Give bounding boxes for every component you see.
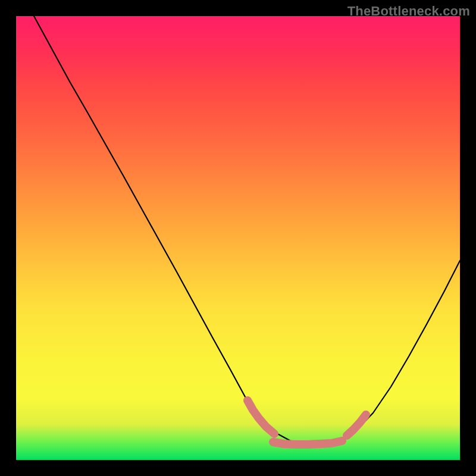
highlight-left-knee xyxy=(248,400,274,434)
chart-frame: TheBottleneck.com xyxy=(0,0,476,476)
attribution-watermark: TheBottleneck.com xyxy=(347,4,470,19)
chart-svg xyxy=(16,16,460,460)
highlight-flat-bottom xyxy=(273,441,342,444)
highlight-right-knee xyxy=(347,415,366,436)
bottleneck-curve xyxy=(34,16,460,444)
plot-area xyxy=(16,16,460,460)
